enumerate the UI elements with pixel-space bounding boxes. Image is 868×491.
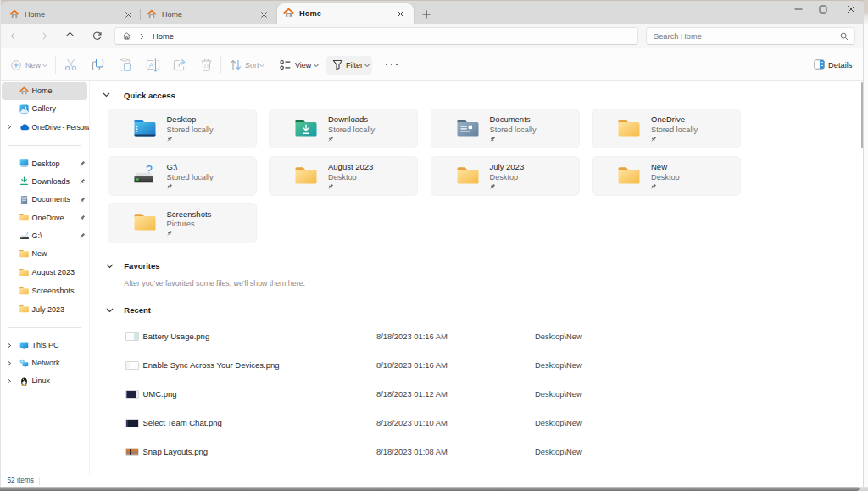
svg-text:A: A xyxy=(149,61,154,70)
